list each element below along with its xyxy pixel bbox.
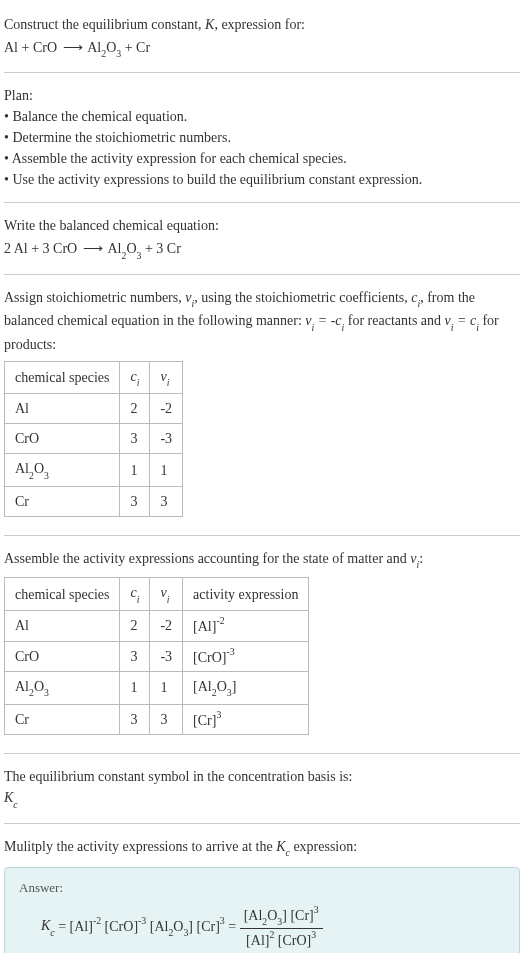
divider <box>4 72 520 73</box>
answer-label: Answer: <box>19 878 505 898</box>
cell-ci: 3 <box>120 641 150 672</box>
table-row: Al2O3 1 1 <box>5 454 183 486</box>
cell-activity: [Al2O3] <box>183 672 309 704</box>
unbalanced-equation: Al + CrO ⟶ Al2O3 + Cr <box>4 37 520 60</box>
cell-vi: 1 <box>150 454 183 486</box>
divider <box>4 274 520 275</box>
cell-activity: [Al]-2 <box>183 610 309 641</box>
plan-item: Use the activity expressions to build th… <box>4 169 520 190</box>
divider <box>4 823 520 824</box>
prompt-line: Construct the equilibrium constant, K, e… <box>4 14 520 35</box>
kc-symbol: Kc <box>276 839 290 854</box>
plan-title: Plan: <box>4 85 520 106</box>
cell-species: Cr <box>5 704 120 735</box>
table-row: Cr 3 3 <box>5 486 183 516</box>
cell-species: Al <box>5 394 120 424</box>
divider <box>4 202 520 203</box>
cell-ci: 3 <box>120 486 150 516</box>
cell-ci: 1 <box>120 672 150 704</box>
fraction: [Al2O3] [Cr]3 [Al]2 [CrO]3 <box>240 904 323 951</box>
assign-section: Assign stoichiometric numbers, νi, using… <box>4 281 520 529</box>
assemble-section: Assemble the activity expressions accoun… <box>4 542 520 747</box>
text: Assign stoichiometric numbers, <box>4 290 185 305</box>
numerator: [Al2O3] [Cr]3 <box>240 904 323 929</box>
answer-box: Answer: Kc = [Al]-2 [CrO]-3 [Al2O3] [Cr]… <box>4 867 520 953</box>
col-species: chemical species <box>5 361 120 393</box>
col-vi: νi <box>150 361 183 393</box>
table-row: CrO 3 -3 <box>5 424 183 454</box>
table-row: Al2O3 1 1 [Al2O3] <box>5 672 309 704</box>
kc-symbol: Kc <box>4 787 520 810</box>
text: Assemble the activity expressions accoun… <box>4 551 410 566</box>
ci-symbol: ci <box>411 290 420 305</box>
cell-species: Al2O3 <box>5 672 120 704</box>
cell-species: Cr <box>5 486 120 516</box>
table-header-row: chemical species ci νi <box>5 361 183 393</box>
cell-vi: -3 <box>150 641 183 672</box>
table-row: Al 2 -2 <box>5 394 183 424</box>
plan-item: Determine the stoichiometric numbers. <box>4 127 520 148</box>
cell-ci: 3 <box>120 424 150 454</box>
cell-vi: -2 <box>150 610 183 641</box>
table-row: CrO 3 -3 [CrO]-3 <box>5 641 309 672</box>
balanced-heading: Write the balanced chemical equation: <box>4 215 520 236</box>
cell-vi: -2 <box>150 394 183 424</box>
k-symbol: K <box>205 17 214 32</box>
plan-section: Plan: Balance the chemical equation. Det… <box>4 79 520 196</box>
eq-reactants: νi = -ci <box>305 313 344 328</box>
prompt-text-1: Construct the equilibrium constant, <box>4 17 205 32</box>
balanced-equation: 2 Al + 3 CrO ⟶ Al2O3 + 3 Cr <box>4 238 520 261</box>
plan-list: Balance the chemical equation. Determine… <box>4 106 520 190</box>
plan-item: Balance the chemical equation. <box>4 106 520 127</box>
cell-vi: 3 <box>150 704 183 735</box>
answer-section: Mulitply the activity expressions to arr… <box>4 830 520 953</box>
cell-vi: 1 <box>150 672 183 704</box>
cell-ci: 2 <box>120 394 150 424</box>
cell-species: Al <box>5 610 120 641</box>
kc-symbol-section: The equilibrium constant symbol in the c… <box>4 760 520 816</box>
table-row: Cr 3 3 [Cr]3 <box>5 704 309 735</box>
arrow-icon: ⟶ <box>63 37 83 58</box>
cell-species: Al2O3 <box>5 454 120 486</box>
text: for reactants and <box>344 313 444 328</box>
col-species: chemical species <box>5 578 120 610</box>
cell-vi: -3 <box>150 424 183 454</box>
cell-vi: 3 <box>150 486 183 516</box>
table-row: Al 2 -2 [Al]-2 <box>5 610 309 641</box>
cell-activity: [Cr]3 <box>183 704 309 735</box>
vi-symbol: νi <box>185 290 194 305</box>
col-activity: activity expression <box>183 578 309 610</box>
col-ci: ci <box>120 578 150 610</box>
table-header-row: chemical species ci νi activity expressi… <box>5 578 309 610</box>
plan-item: Assemble the activity expression for eac… <box>4 148 520 169</box>
cell-species: CrO <box>5 641 120 672</box>
cell-activity: [CrO]-3 <box>183 641 309 672</box>
denominator: [Al]2 [CrO]3 <box>240 929 323 951</box>
assign-heading: Assign stoichiometric numbers, νi, using… <box>4 287 520 355</box>
cell-ci: 3 <box>120 704 150 735</box>
divider <box>4 535 520 536</box>
prompt-text-2: , expression for: <box>214 17 305 32</box>
multiply-heading: Mulitply the activity expressions to arr… <box>4 836 520 859</box>
prompt-section: Construct the equilibrium constant, K, e… <box>4 8 520 66</box>
text: Mulitply the activity expressions to arr… <box>4 839 276 854</box>
cell-ci: 1 <box>120 454 150 486</box>
text: , using the stoichiometric coefficients, <box>194 290 411 305</box>
assemble-heading: Assemble the activity expressions accoun… <box>4 548 520 571</box>
stoich-table: chemical species ci νi Al 2 -2 CrO 3 -3 … <box>4 361 183 517</box>
answer-formula: Kc = [Al]-2 [CrO]-3 [Al2O3] [Cr]3 = [Al2… <box>41 904 505 951</box>
cell-ci: 2 <box>120 610 150 641</box>
cell-species: CrO <box>5 424 120 454</box>
divider <box>4 753 520 754</box>
balanced-section: Write the balanced chemical equation: 2 … <box>4 209 520 267</box>
col-vi: νi <box>150 578 183 610</box>
kc-symbol-heading: The equilibrium constant symbol in the c… <box>4 766 520 787</box>
text: : <box>419 551 423 566</box>
eq-products: νi = ci <box>445 313 479 328</box>
col-ci: ci <box>120 361 150 393</box>
activity-table: chemical species ci νi activity expressi… <box>4 577 309 735</box>
vi-symbol: νi <box>410 551 419 566</box>
arrow-icon: ⟶ <box>83 238 103 259</box>
text: expression: <box>290 839 357 854</box>
